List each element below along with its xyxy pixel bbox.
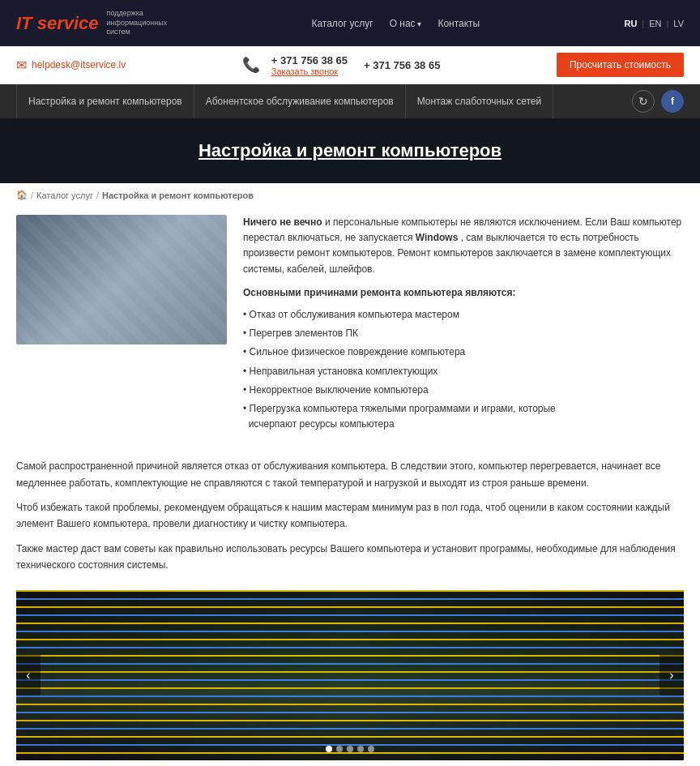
lang-en[interactable]: EN: [649, 19, 661, 28]
main-nav-networks[interactable]: Монтаж слаботочных сетей: [406, 84, 553, 118]
top-nav: Каталог услуг О нас Контакты: [311, 18, 480, 29]
contact-phones: 📞 + 371 756 38 65 Заказать звонок + 371 …: [242, 54, 441, 76]
email-address[interactable]: helpdesk@itservice.lv: [32, 59, 126, 71]
recycle-icon[interactable]: ↻: [632, 90, 655, 113]
main-nav-service[interactable]: Абонентское обслуживание компьютеров: [194, 84, 406, 118]
reason-4: Неправильная установка комплектующих: [243, 362, 684, 381]
carousel-dot-4[interactable]: [357, 746, 364, 752]
reason-5: Некорректное выключение компьютера: [243, 381, 684, 400]
breadcrumb-sep1: /: [31, 190, 33, 200]
reason-1: Отказ от обслуживания компьютера мастеро…: [243, 306, 684, 324]
carousel-dot-3[interactable]: [347, 746, 353, 752]
phone-number-2[interactable]: + 371 756 38 65: [364, 59, 440, 71]
lang-bar: RU | EN | LV: [624, 19, 684, 28]
carousel-dot-5[interactable]: [368, 746, 374, 752]
breadcrumb-sep2: /: [96, 190, 99, 200]
image-carousel: ‹ ›: [16, 590, 684, 760]
article-text: Ничего не вечно и персональные компьютер…: [243, 215, 684, 434]
callback-button[interactable]: Просчитать стоимость: [557, 53, 684, 77]
intro-paragraph: Ничего не вечно и персональные компьютер…: [243, 215, 684, 277]
lang-sep2: |: [666, 19, 668, 28]
logo-subtitle: поддержкаинформационныхсистем: [107, 9, 168, 37]
logo-area: IT service поддержкаинформационныхсистем: [16, 9, 167, 37]
reason-2: Перегрев элементов ПК: [243, 324, 684, 343]
reason-3: Сильное физическое повреждение компьютер…: [243, 343, 684, 362]
phone-icon: 📞: [242, 56, 260, 74]
hero-section: Настройка и ремонт компьютеров: [0, 118, 700, 183]
para2-section: Чтоб избежать такой проблемы, рекомендуе…: [16, 499, 684, 533]
para1-section: Самой распространенной причиной является…: [16, 458, 684, 491]
phone-group: + 371 756 38 65 Заказать звонок: [271, 54, 348, 76]
nav-icons: ↻ f: [632, 90, 684, 113]
carousel-prev[interactable]: ‹: [16, 655, 41, 695]
carousel-next[interactable]: ›: [659, 655, 684, 695]
logo-text[interactable]: IT service: [16, 13, 99, 34]
lang-sep1: |: [642, 19, 644, 28]
hero-title: Настройка и ремонт компьютеров: [198, 140, 502, 161]
carousel-dot-2[interactable]: [336, 746, 343, 752]
home-icon[interactable]: 🏠: [16, 190, 28, 200]
phone-number-1[interactable]: + 371 756 38 65: [271, 54, 348, 66]
para3: Также мастер даст вам советы как правиль…: [16, 541, 684, 574]
para1: Самой распространенной причиной является…: [16, 458, 684, 491]
lang-ru[interactable]: RU: [624, 19, 637, 28]
mail-icon: ✉: [16, 58, 27, 73]
reason-6: Перегрузка компьютера тяжелыми программа…: [243, 400, 684, 434]
reasons-title: Основными причинами ремонта компьютера я…: [243, 285, 684, 301]
breadcrumb-current: Настройка и ремонт компьютеров: [102, 190, 254, 200]
reasons-list: Отказ от обслуживания компьютера мастеро…: [243, 306, 684, 434]
carousel-image: [16, 590, 684, 760]
nav-about[interactable]: О нас: [390, 18, 422, 29]
carousel-inner: [16, 590, 684, 760]
contact-bar: ✉ helpdesk@itservice.lv 📞 + 371 756 38 6…: [0, 46, 700, 84]
breadcrumb-catalog[interactable]: Каталог услуг: [36, 190, 93, 200]
main-nav-repair[interactable]: Настройка и ремонт компьютеров: [16, 84, 194, 118]
lang-lv[interactable]: LV: [673, 19, 684, 28]
contact-email-section: ✉ helpdesk@itservice.lv: [16, 58, 126, 73]
order-call-link[interactable]: Заказать звонок: [271, 66, 338, 76]
content-inner: Ничего не вечно и персональные компьютер…: [16, 215, 684, 434]
nav-contacts[interactable]: Контакты: [438, 18, 480, 29]
carousel-dot-1[interactable]: [326, 746, 332, 752]
facebook-icon[interactable]: f: [661, 90, 684, 113]
article-image: [16, 215, 227, 344]
top-bar: IT service поддержкаинформационныхсистем…: [0, 0, 700, 46]
windows-bold: Windows: [416, 232, 459, 243]
carousel-dots: [326, 746, 374, 752]
nav-catalog[interactable]: Каталог услуг: [311, 18, 373, 29]
intro-bold: Ничего не вечно: [243, 216, 322, 228]
para3-section: Также мастер даст вам советы как правиль…: [16, 541, 684, 574]
main-nav: Настройка и ремонт компьютеров Абонентск…: [0, 84, 700, 118]
main-content: Ничего не вечно и персональные компьютер…: [0, 207, 700, 450]
breadcrumb: 🏠 / Каталог услуг / Настройка и ремонт к…: [0, 183, 700, 207]
para2: Чтоб избежать такой проблемы, рекомендуе…: [16, 499, 684, 533]
